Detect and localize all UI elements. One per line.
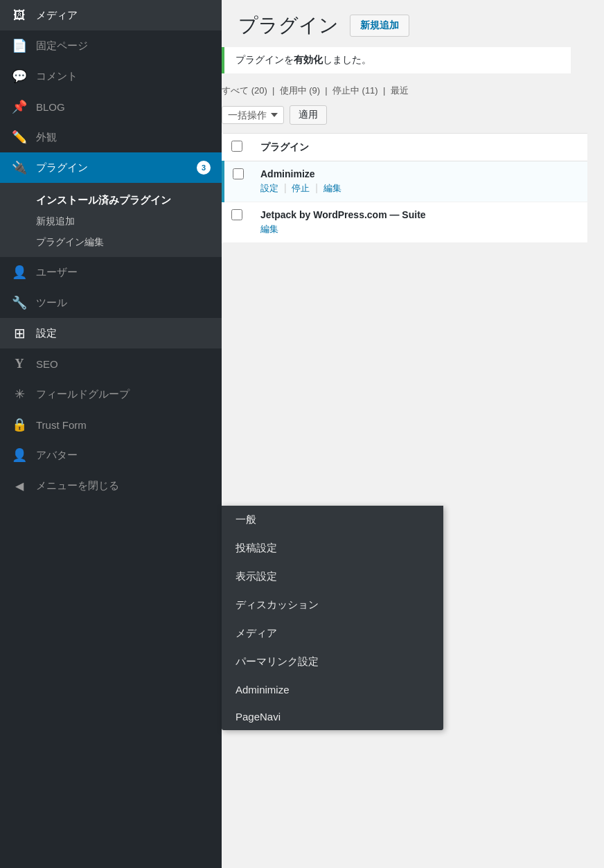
settings-dropdown-item-writing[interactable]: 投稿設定	[222, 534, 443, 563]
avatar-icon: 👤	[11, 447, 28, 463]
sidebar-item-label: 外観	[36, 131, 211, 144]
sidebar-item-label: メディア	[36, 9, 211, 22]
notice-bar: プラグインを有効化しました。	[222, 47, 571, 73]
sidebar-item-label: プラグイン	[36, 161, 188, 175]
filter-all-label: すべて	[222, 85, 249, 96]
sidebar-item-label: BLOG	[36, 101, 211, 113]
table-row: Adminimize 設定 | 停止 | 編集	[223, 161, 587, 202]
sidebar-item-close-menu[interactable]: ◀ メニューを閉じる	[0, 470, 222, 501]
sidebar-item-seo[interactable]: Y SEO	[0, 348, 222, 379]
comments-icon: 💬	[11, 68, 28, 85]
notice-suffix: しました。	[323, 54, 371, 65]
sidebar-item-plugins[interactable]: 🔌 プラグイン 3	[0, 152, 222, 183]
blog-icon: 📌	[11, 98, 28, 115]
sidebar-item-label: 固定ページ	[36, 39, 211, 53]
page-header: プラグイン 新規追加	[222, 0, 604, 47]
settings-dropdown-item-discussion[interactable]: ディスカッション	[222, 591, 443, 619]
appearance-icon: ✏️	[11, 129, 28, 145]
plugin-checkbox[interactable]	[233, 168, 244, 179]
settings-dropdown-item-general[interactable]: 一般	[222, 506, 443, 534]
media-icon: 🖼	[11, 7, 28, 24]
content-area: プラグインを有効化しました。 すべて (20) | 使用中 (9) | 停止中 …	[222, 47, 604, 243]
actions-bar: 一括操作 適用	[222, 105, 587, 133]
page-title: プラグイン	[238, 12, 339, 39]
sidebar-item-label: コメント	[36, 70, 211, 83]
users-icon: 👤	[11, 264, 28, 281]
plugin-name: Adminimize	[260, 168, 579, 179]
filter-active-link[interactable]: 使用中 (9)	[280, 85, 321, 96]
sidebar-item-label: ユーザー	[36, 266, 211, 279]
sidebar-item-tools[interactable]: 🔧 ツール	[0, 287, 222, 318]
filter-all-count: (20)	[251, 85, 267, 96]
sidebar-item-media[interactable]: 🖼 メディア	[0, 0, 222, 30]
sidebar-item-fieldgroups[interactable]: ✳ フィールドグループ	[0, 379, 222, 409]
settings-dropdown-item-pagenavi[interactable]: PageNavi	[222, 703, 443, 730]
sidebar-item-label: SEO	[36, 358, 211, 370]
close-menu-icon: ◀	[11, 477, 28, 494]
plugin-edit-link2[interactable]: 編集	[260, 224, 278, 234]
filter-inactive-label: 停止中 (11)	[332, 85, 378, 96]
tools-icon: 🔧	[11, 294, 28, 311]
settings-icon: ⊞	[11, 325, 28, 342]
sidebar-item-label: フィールドグループ	[36, 388, 211, 401]
sidebar-item-label: 設定	[36, 327, 211, 340]
plugins-table: プラグイン Adminimize 設定 | 停止 | 編集	[222, 133, 587, 243]
sidebar-item-settings[interactable]: ⊞ 設定	[0, 318, 222, 348]
plugins-badge: 3	[197, 161, 211, 175]
seo-icon: Y	[11, 355, 28, 372]
settings-dropdown: 一般 投稿設定 表示設定 ディスカッション メディア パーマリンク設定 Admi…	[222, 506, 443, 730]
plugin-checkbox[interactable]	[231, 209, 242, 220]
sidebar-item-avatar[interactable]: 👤 アバター	[0, 440, 222, 470]
submenu-title: インストール済みプラグイン	[0, 187, 222, 211]
add-new-button[interactable]: 新規追加	[350, 15, 409, 37]
sidebar-item-pages[interactable]: 📄 固定ページ	[0, 30, 222, 61]
plugin-settings-link[interactable]: 設定	[260, 183, 278, 193]
apply-button[interactable]: 適用	[290, 105, 327, 125]
trustform-icon: 🔒	[11, 416, 28, 433]
filter-recent-link[interactable]: 最近	[391, 85, 409, 96]
submenu-link-add-new[interactable]: 新規追加	[0, 211, 222, 232]
sidebar-item-comments[interactable]: 💬 コメント	[0, 61, 222, 91]
table-header-plugin: プラグイン	[252, 134, 587, 161]
notice-text: プラグインを	[236, 54, 294, 65]
plugin-actions: 設定 | 停止 | 編集	[260, 182, 341, 193]
table-row: Jetpack by WordPress.com — Suite 編集	[223, 202, 587, 243]
sidebar-item-label: アバター	[36, 449, 211, 462]
settings-dropdown-item-reading[interactable]: 表示設定	[222, 563, 443, 591]
sidebar-item-trustform[interactable]: 🔒 Trust Form	[0, 409, 222, 440]
bulk-action-select[interactable]: 一括操作	[222, 106, 284, 124]
plugin-edit-link[interactable]: 編集	[323, 183, 341, 193]
select-all-checkbox[interactable]	[231, 141, 242, 152]
settings-dropdown-item-media[interactable]: メディア	[222, 619, 443, 648]
plugin-name: Jetpack by WordPress.com — Suite	[260, 209, 579, 220]
sidebar-item-label: Trust Form	[36, 419, 211, 431]
sidebar-item-label: メニューを閉じる	[36, 479, 211, 493]
submenu-link-plugin-edit[interactable]: プラグイン編集	[0, 232, 222, 253]
plugins-icon: 🔌	[11, 159, 28, 176]
notice-bold: 有効化	[294, 54, 323, 65]
plugin-actions: 編集	[260, 223, 278, 234]
sidebar-item-label: ツール	[36, 296, 211, 310]
pages-icon: 📄	[11, 37, 28, 54]
plugin-deactivate-link[interactable]: 停止	[292, 183, 310, 193]
sidebar-item-blog[interactable]: 📌 BLOG	[0, 91, 222, 122]
fieldgroups-icon: ✳	[11, 386, 28, 402]
sidebar: 🖼 メディア 📄 固定ページ 💬 コメント 📌 BLOG ✏️ 外観 🔌 プラグ…	[0, 0, 222, 868]
plugins-submenu: インストール済みプラグイン 新規追加 プラグイン編集	[0, 183, 222, 257]
main-content: プラグイン 新規追加 プラグインを有効化しました。 すべて (20) | 使用中…	[222, 0, 604, 868]
filter-bar: すべて (20) | 使用中 (9) | 停止中 (11) | 最近	[222, 85, 587, 105]
sidebar-item-appearance[interactable]: ✏️ 外観	[0, 122, 222, 152]
settings-dropdown-item-adminimize[interactable]: Adminimize	[222, 676, 443, 703]
settings-dropdown-item-permalink[interactable]: パーマリンク設定	[222, 648, 443, 676]
sidebar-item-users[interactable]: 👤 ユーザー	[0, 257, 222, 287]
